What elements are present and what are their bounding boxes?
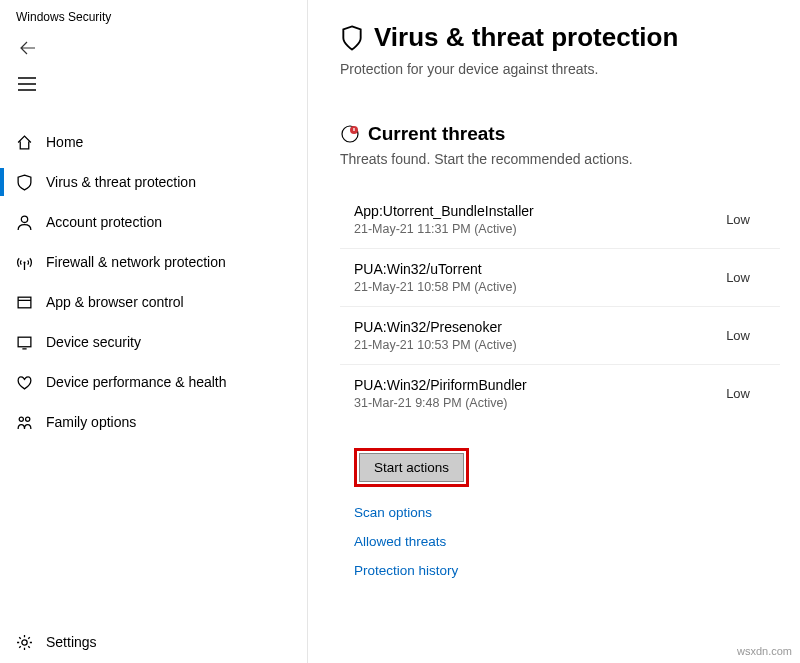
shield-icon	[16, 174, 33, 191]
svg-rect-2	[18, 297, 31, 308]
page-title: Virus & threat protection	[374, 22, 678, 53]
antenna-icon	[16, 254, 33, 271]
home-icon	[16, 134, 33, 151]
nav-label: Virus & threat protection	[46, 174, 196, 190]
svg-point-0	[21, 216, 27, 222]
nav-item-home[interactable]: Home	[0, 122, 307, 162]
family-icon	[16, 414, 33, 431]
threat-item[interactable]: App:Utorrent_BundleInstaller 21-May-21 1…	[340, 191, 780, 248]
arrow-left-icon	[20, 40, 36, 56]
allowed-threats-link[interactable]: Allowed threats	[354, 534, 780, 549]
threat-severity: Low	[726, 386, 750, 401]
threat-severity: Low	[726, 328, 750, 343]
nav-item-virus-threat[interactable]: Virus & threat protection	[0, 162, 307, 202]
svg-rect-3	[18, 337, 31, 347]
nav-item-account[interactable]: Account protection	[0, 202, 307, 242]
back-button[interactable]	[0, 30, 40, 66]
threat-item[interactable]: PUA:Win32/Presenoker 21-May-21 10:53 PM …	[340, 306, 780, 364]
nav-label: Firewall & network protection	[46, 254, 226, 270]
threat-meta: 21-May-21 10:53 PM (Active)	[354, 338, 517, 352]
menu-icon	[18, 77, 36, 91]
nav-label: Device security	[46, 334, 141, 350]
nav-item-firewall[interactable]: Firewall & network protection	[0, 242, 307, 282]
threat-item[interactable]: PUA:Win32/PiriformBundler 31-Mar-21 9:48…	[340, 364, 780, 422]
nav-list: Home Virus & threat protection Account p…	[0, 122, 307, 621]
device-icon	[16, 334, 33, 351]
current-threats-section: Current threats Threats found. Start the…	[340, 123, 780, 578]
gear-icon	[16, 634, 33, 651]
svg-point-1	[23, 261, 25, 263]
svg-point-5	[26, 417, 30, 421]
threat-item[interactable]: PUA:Win32/uTorrent 21-May-21 10:58 PM (A…	[340, 248, 780, 306]
nav-label: Family options	[46, 414, 136, 430]
threat-alert-icon	[340, 124, 360, 144]
threat-name: PUA:Win32/PiriformBundler	[354, 377, 527, 393]
watermark: wsxdn.com	[737, 645, 792, 657]
svg-point-4	[19, 417, 23, 421]
threat-severity: Low	[726, 212, 750, 227]
threat-name: PUA:Win32/Presenoker	[354, 319, 517, 335]
start-actions-button[interactable]: Start actions	[359, 453, 464, 482]
nav-item-performance[interactable]: Device performance & health	[0, 362, 307, 402]
page-subtitle: Protection for your device against threa…	[340, 61, 780, 77]
protection-history-link[interactable]: Protection history	[354, 563, 780, 578]
nav-item-settings[interactable]: Settings	[0, 621, 307, 663]
nav-item-device-security[interactable]: Device security	[0, 322, 307, 362]
threat-meta: 31-Mar-21 9:48 PM (Active)	[354, 396, 527, 410]
nav-item-family[interactable]: Family options	[0, 402, 307, 442]
settings-label: Settings	[46, 634, 97, 650]
sidebar: Windows Security Home Virus & threat pro…	[0, 0, 308, 663]
threat-links: Scan options Allowed threats Protection …	[340, 505, 780, 578]
nav-label: App & browser control	[46, 294, 184, 310]
threat-meta: 21-May-21 10:58 PM (Active)	[354, 280, 517, 294]
nav-label: Device performance & health	[46, 374, 227, 390]
nav-label: Account protection	[46, 214, 162, 230]
main-content: Virus & threat protection Protection for…	[308, 0, 800, 663]
threat-meta: 21-May-21 11:31 PM (Active)	[354, 222, 534, 236]
start-actions-highlight: Start actions	[354, 448, 469, 487]
heart-icon	[16, 374, 33, 391]
threat-list: App:Utorrent_BundleInstaller 21-May-21 1…	[340, 191, 780, 422]
app-title: Windows Security	[0, 0, 307, 30]
person-icon	[16, 214, 33, 231]
threat-severity: Low	[726, 270, 750, 285]
nav-item-app-browser[interactable]: App & browser control	[0, 282, 307, 322]
current-threats-heading: Current threats	[368, 123, 505, 145]
threat-name: PUA:Win32/uTorrent	[354, 261, 517, 277]
hamburger-button[interactable]	[0, 66, 40, 102]
svg-point-6	[22, 639, 27, 644]
page-header: Virus & threat protection	[340, 22, 780, 53]
app-browser-icon	[16, 294, 33, 311]
current-threats-subheading: Threats found. Start the recommended act…	[340, 151, 780, 167]
threat-name: App:Utorrent_BundleInstaller	[354, 203, 534, 219]
scan-options-link[interactable]: Scan options	[354, 505, 780, 520]
nav-label: Home	[46, 134, 83, 150]
shield-icon	[340, 25, 364, 51]
